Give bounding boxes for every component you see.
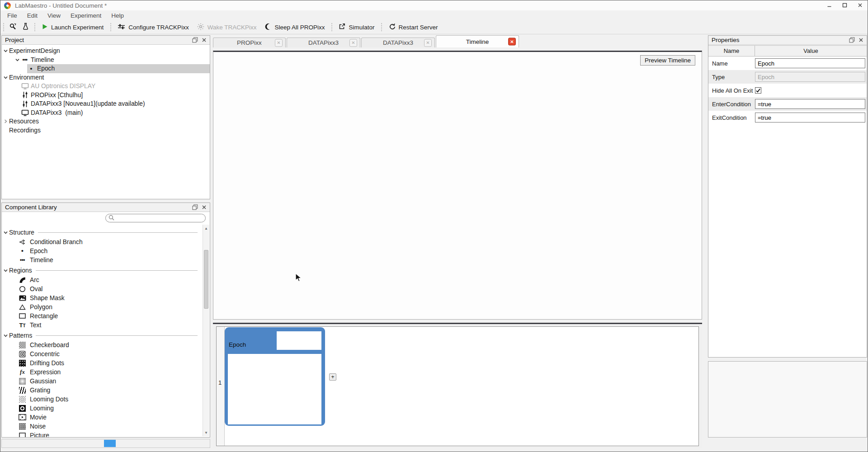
timeline-editor[interactable]: 1 Epoch + <box>216 326 699 446</box>
toolbar-group-handle[interactable] <box>33 23 36 32</box>
tab-close-icon[interactable]: ✕ <box>508 38 516 46</box>
epoch-block-header-slot[interactable] <box>277 331 321 350</box>
float-panel-icon[interactable] <box>192 204 198 210</box>
toolbar-button-simulator[interactable]: Simulator <box>335 22 378 33</box>
close-panel-icon[interactable] <box>202 38 207 42</box>
project-tree-item-experimentdesign[interactable]: ExperimentDesign <box>2 47 210 56</box>
tab-close-icon[interactable]: ✕ <box>349 39 357 47</box>
minimize-button[interactable] <box>821 0 837 10</box>
toolbar-button-sleep-all-propixx[interactable]: Sleep All PROPixx <box>260 22 329 33</box>
maximize-button[interactable] <box>837 0 852 10</box>
library-item-arc[interactable]: Arc <box>2 275 202 284</box>
library-item-polygon[interactable]: Polygon <box>2 302 202 311</box>
library-item-shape-mask[interactable]: Shape Mask <box>2 293 202 302</box>
library-item-text[interactable]: TTText <box>2 320 202 330</box>
library-item-looming-dots[interactable]: Looming Dots <box>2 395 202 404</box>
timeline-icon: ••• <box>21 57 29 62</box>
library-search-box[interactable] <box>105 214 206 222</box>
tab-close-icon[interactable]: ✕ <box>424 39 432 47</box>
project-tree-item-datapixx3-main[interactable]: DATAPixx3 (main) <box>2 108 210 118</box>
toolbar-button-flask[interactable] <box>19 21 32 33</box>
scroll-down-icon[interactable]: ▼ <box>203 429 209 436</box>
menu-item-file[interactable]: File <box>2 12 22 19</box>
menu-item-view[interactable]: View <box>42 12 66 19</box>
name-value-input[interactable] <box>755 58 865 68</box>
project-tree-item-resources[interactable]: Resources <box>2 117 210 126</box>
add-epoch-button[interactable]: + <box>329 373 336 381</box>
project-tree-item-epoch[interactable]: •Epoch <box>2 64 210 73</box>
library-item-noise[interactable]: Noise <box>2 422 202 431</box>
expander-open-icon[interactable] <box>2 48 9 53</box>
expander-open-icon[interactable] <box>2 75 9 80</box>
oval-icon <box>18 286 27 292</box>
close-panel-icon[interactable] <box>202 205 207 210</box>
close-panel-icon[interactable] <box>859 38 863 42</box>
tab-timeline[interactable]: Timeline✕ <box>436 35 519 47</box>
project-tree-item-environment[interactable]: Environment <box>2 73 210 82</box>
library-item-checkerboard[interactable]: Checkerboard <box>2 340 202 349</box>
library-item-timeline[interactable]: •••Timeline <box>2 255 202 264</box>
library-item-movie[interactable]: Movie <box>2 413 202 422</box>
epoch-block-body-slot[interactable] <box>228 354 321 424</box>
toolbar-button-configure-trackpixx[interactable]: Configure TRACKPixx <box>113 22 193 33</box>
toolbar-group-handle[interactable] <box>109 23 112 32</box>
toolbar-group-handle[interactable] <box>330 23 333 32</box>
scrollbar-thumb[interactable] <box>104 440 116 447</box>
menu-item-help[interactable]: Help <box>106 12 129 19</box>
expander-closed-icon[interactable] <box>2 119 9 124</box>
library-item-grating[interactable]: Grating <box>2 386 202 395</box>
toolbar-button-wake-trackpixx[interactable]: Wake TRACKPixx <box>193 22 261 33</box>
exitcondition-value-input[interactable] <box>755 113 865 122</box>
expander-open-icon[interactable] <box>2 268 9 273</box>
float-panel-icon[interactable] <box>849 37 855 43</box>
type-value-input[interactable] <box>755 72 865 82</box>
checkbox-hide-all-on-exit[interactable] <box>755 87 761 94</box>
toolbar-button-restart-server[interactable]: Restart Server <box>385 22 442 33</box>
menu-item-experiment[interactable]: Experiment <box>66 12 106 19</box>
library-section-structure[interactable]: Structure <box>2 227 202 237</box>
float-panel-icon[interactable] <box>192 37 198 43</box>
tab-close-icon[interactable]: ✕ <box>275 39 283 47</box>
library-item-concentric[interactable]: Concentric <box>2 349 202 358</box>
toolbar-group-handle[interactable] <box>2 23 5 32</box>
library-item-oval[interactable]: Oval <box>2 284 202 293</box>
library-horizontal-scrollbar[interactable] <box>1 439 210 448</box>
project-tree-item-propixx-cthulhu[interactable]: PROPixx [Cthulhu] <box>2 91 210 100</box>
library-section-patterns[interactable]: Patterns <box>2 330 202 340</box>
timeline-canvas[interactable]: Preview Timeline <box>213 51 702 320</box>
project-tree-item-au-optronics-display[interactable]: AU Optronics DISPLAY <box>2 82 210 91</box>
library-item-picture[interactable]: Picture <box>2 431 202 438</box>
library-item-expression[interactable]: fxExpression <box>2 367 202 377</box>
tab-datapixx3[interactable]: DATAPixx3✕ <box>361 38 435 47</box>
expander-open-icon[interactable] <box>14 57 21 62</box>
toolbar-button-wrench[interactable] <box>6 21 19 33</box>
project-tree-item-timeline[interactable]: •••Timeline <box>2 56 210 65</box>
library-item-rectangle[interactable]: Rectangle <box>2 311 202 320</box>
toolbar-group-handle[interactable] <box>381 23 383 32</box>
library-section-regions[interactable]: Regions <box>2 265 202 275</box>
expander-open-icon[interactable] <box>2 230 9 235</box>
toolbar-button-launch-experiment[interactable]: Launch Experiment <box>38 22 108 33</box>
tab-datapixx3[interactable]: DATAPixx3✕ <box>287 38 360 47</box>
epoch-block[interactable]: Epoch <box>225 327 325 426</box>
menu-item-edit[interactable]: Edit <box>22 12 42 19</box>
entercondition-value-input[interactable] <box>755 99 865 109</box>
timeline-icon: ••• <box>22 57 27 62</box>
preview-timeline-button[interactable]: Preview Timeline <box>640 55 695 66</box>
expander-open-icon[interactable] <box>2 333 9 338</box>
library-item-epoch[interactable]: •Epoch <box>2 246 202 255</box>
library-item-drifting-dots[interactable]: Drifting Dots <box>2 358 202 367</box>
library-vertical-scrollbar[interactable]: ▲ ▼ <box>203 225 209 436</box>
project-tree-item-recordings[interactable]: Recordings <box>2 126 210 135</box>
library-item-looming[interactable]: Looming <box>2 404 202 413</box>
library-item-label: Timeline <box>30 257 53 264</box>
scroll-up-icon[interactable]: ▲ <box>203 225 209 231</box>
library-item-conditional-branch[interactable]: Conditional Branch <box>2 237 202 246</box>
search-input[interactable] <box>116 215 205 222</box>
project-tree-item-datapixx3-nouveau1-update-available[interactable]: DATAPixx3 [Nouveau1](update available) <box>2 99 210 108</box>
scrollbar-thumb[interactable] <box>204 250 208 309</box>
tab-propixx[interactable]: PROPixx✕ <box>213 38 286 47</box>
close-button[interactable] <box>852 0 868 10</box>
epoch-icon: • <box>21 249 24 253</box>
library-item-gaussian[interactable]: Gaussian <box>2 377 202 386</box>
